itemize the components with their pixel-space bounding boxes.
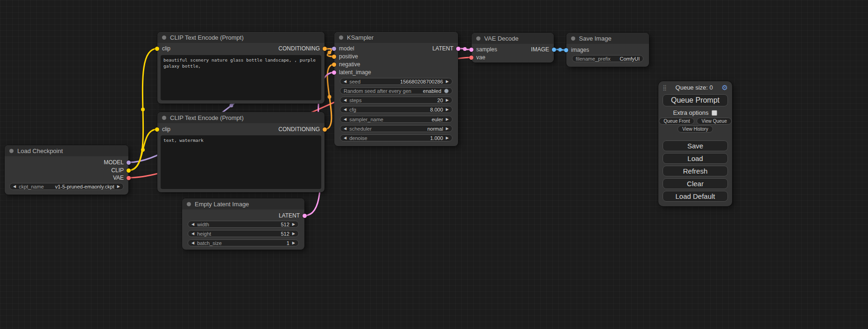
vae-port[interactable] <box>469 56 473 60</box>
clip-port[interactable] <box>155 127 159 132</box>
decrement-arrow-icon[interactable]: ◀ <box>344 118 346 121</box>
vae-port[interactable] <box>127 176 131 180</box>
decrement-arrow-icon[interactable]: ◀ <box>344 98 346 102</box>
conditioning-port[interactable] <box>323 127 327 132</box>
conditioning-port[interactable] <box>332 55 336 59</box>
latent-port[interactable] <box>332 70 336 75</box>
node-titlebar[interactable]: CLIP Text Encode (Prompt) <box>157 32 325 43</box>
collapse-dot-icon[interactable] <box>9 149 14 153</box>
decrement-arrow-icon[interactable]: ◀ <box>344 108 346 112</box>
node-load-checkpoint[interactable]: Load Checkpoint MODEL CLIP VAE ◀ ckpt_na… <box>5 145 128 195</box>
save-button[interactable]: Save <box>663 140 728 151</box>
node-save-image[interactable]: Save Image images filename_prefix ComfyU… <box>566 33 649 67</box>
output-slot-clip[interactable]: CLIP <box>111 167 131 174</box>
collapse-dot-icon[interactable] <box>571 36 575 41</box>
steps-widget[interactable]: ◀ steps 20 ▶ <box>340 97 452 104</box>
node-titlebar[interactable]: KSampler <box>334 32 458 43</box>
collapse-dot-icon[interactable] <box>339 35 343 40</box>
node-empty-latent-image[interactable]: Empty Latent Image LATENT ◀ width 512 ▶ … <box>182 198 304 250</box>
drag-handle-icon[interactable]: ⣿ <box>663 84 667 91</box>
denoise-widget[interactable]: ◀ denoise 1.000 ▶ <box>340 134 452 141</box>
node-clip-text-encode-positive[interactable]: CLIP Text Encode (Prompt) clip CONDITION… <box>157 32 325 104</box>
input-slot-vae[interactable]: vae <box>469 54 485 61</box>
increment-arrow-icon[interactable]: ▶ <box>446 118 449 121</box>
increment-arrow-icon[interactable]: ▶ <box>446 127 449 131</box>
refresh-button[interactable]: Refresh <box>663 166 728 176</box>
clear-button[interactable]: Clear <box>663 178 728 189</box>
input-slot-latent-image[interactable]: latent_image <box>332 69 371 76</box>
increment-arrow-icon[interactable]: ▶ <box>292 232 295 236</box>
input-slot-images[interactable]: images <box>564 47 589 53</box>
increment-arrow-icon[interactable]: ▶ <box>446 108 449 112</box>
node-titlebar[interactable]: CLIP Text Encode (Prompt) <box>157 112 325 123</box>
increment-arrow-icon[interactable]: ▶ <box>446 98 449 102</box>
node-ksampler[interactable]: KSampler model positive negative latent_… <box>334 32 458 146</box>
decrement-arrow-icon[interactable]: ◀ <box>344 136 346 140</box>
queue-prompt-button[interactable]: Queue Prompt <box>663 94 728 106</box>
batch-size-widget[interactable]: ◀ batch_size 1 ▶ <box>188 239 299 246</box>
collapse-dot-icon[interactable] <box>162 35 166 40</box>
increment-arrow-icon[interactable]: ▶ <box>292 241 295 245</box>
width-widget[interactable]: ◀ width 512 ▶ <box>188 221 299 228</box>
increment-arrow-icon[interactable]: ▶ <box>292 223 295 226</box>
image-port[interactable] <box>552 48 556 52</box>
view-queue-button[interactable]: View Queue <box>697 118 731 125</box>
input-slot-negative[interactable]: negative <box>332 61 360 68</box>
height-widget[interactable]: ◀ height 512 ▶ <box>188 230 299 237</box>
conditioning-port[interactable] <box>323 47 327 51</box>
model-port[interactable] <box>127 161 131 165</box>
node-titlebar[interactable]: Save Image <box>566 33 649 44</box>
output-slot-latent[interactable]: LATENT <box>432 45 460 52</box>
scheduler-widget[interactable]: ◀ scheduler normal ▶ <box>340 125 452 132</box>
node-clip-text-encode-negative[interactable]: CLIP Text Encode (Prompt) clip CONDITION… <box>157 112 325 192</box>
input-slot-model[interactable]: model <box>332 45 354 52</box>
negative-prompt-textarea[interactable]: text, watermark <box>161 135 321 189</box>
image-port[interactable] <box>564 48 568 52</box>
model-port[interactable] <box>332 47 336 51</box>
cfg-widget[interactable]: ◀ cfg 8.000 ▶ <box>340 106 452 113</box>
decrement-arrow-icon[interactable]: ◀ <box>191 223 194 226</box>
clip-port[interactable] <box>155 47 159 51</box>
output-slot-conditioning[interactable]: CONDITIONING <box>278 126 327 133</box>
filename-prefix-widget[interactable]: filename_prefix ComfyUI <box>572 55 643 62</box>
output-slot-vae[interactable]: VAE <box>113 175 131 181</box>
random-seed-toggle-widget[interactable]: Random seed after every gen enabled <box>340 87 452 94</box>
input-slot-samples[interactable]: samples <box>469 46 497 53</box>
node-vae-decode[interactable]: VAE Decode samples vae IMAGE <box>472 33 554 63</box>
latent-port[interactable] <box>303 214 307 218</box>
input-slot-positive[interactable]: positive <box>332 53 358 60</box>
sampler-name-widget[interactable]: ◀ sampler_name euler ▶ <box>340 116 452 123</box>
clip-port[interactable] <box>127 168 131 173</box>
latent-port[interactable] <box>456 47 460 51</box>
node-titlebar[interactable]: VAE Decode <box>472 33 554 44</box>
output-slot-latent[interactable]: LATENT <box>279 212 307 219</box>
increment-arrow-icon[interactable]: ▶ <box>446 136 449 140</box>
decrement-arrow-icon[interactable]: ◀ <box>344 127 346 131</box>
increment-arrow-icon[interactable]: ▶ <box>446 80 449 84</box>
toggle-knob-icon[interactable] <box>444 89 449 93</box>
conditioning-port[interactable] <box>332 63 336 67</box>
output-slot-image[interactable]: IMAGE <box>531 46 556 53</box>
node-titlebar[interactable]: Empty Latent Image <box>182 198 304 210</box>
positive-prompt-textarea[interactable]: beautiful scenery nature glass bottle la… <box>161 55 321 100</box>
seed-widget[interactable]: ◀ seed 156680208700286 ▶ <box>340 78 452 85</box>
output-slot-model[interactable]: MODEL <box>104 159 131 166</box>
queue-front-button[interactable]: Queue Front <box>659 118 694 125</box>
decrement-arrow-icon[interactable]: ◀ <box>191 241 194 245</box>
load-button[interactable]: Load <box>663 153 728 164</box>
settings-gear-icon[interactable]: ⚙ <box>722 84 728 91</box>
output-slot-conditioning[interactable]: CONDITIONING <box>278 45 327 52</box>
increment-arrow-icon[interactable]: ▶ <box>117 185 120 189</box>
node-titlebar[interactable]: Load Checkpoint <box>5 145 128 156</box>
input-slot-clip[interactable]: clip <box>155 126 170 133</box>
extra-options-checkbox[interactable] <box>712 110 717 116</box>
graph-canvas[interactable]: Load Checkpoint MODEL CLIP VAE ◀ ckpt_na… <box>0 0 868 329</box>
input-slot-clip[interactable]: clip <box>155 45 170 52</box>
decrement-arrow-icon[interactable]: ◀ <box>191 232 194 236</box>
collapse-dot-icon[interactable] <box>162 116 166 120</box>
decrement-arrow-icon[interactable]: ◀ <box>344 80 346 84</box>
latent-port[interactable] <box>469 48 473 52</box>
ckpt-name-widget[interactable]: ◀ ckpt_name v1-5-pruned-emaonly.ckpt ▶ <box>9 183 124 190</box>
load-default-button[interactable]: Load Default <box>663 191 728 202</box>
view-history-button[interactable]: View History <box>677 126 713 133</box>
